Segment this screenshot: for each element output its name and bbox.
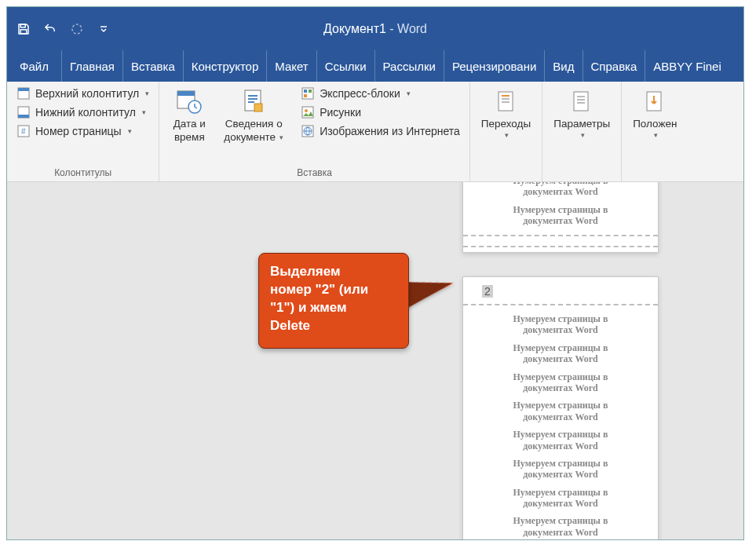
document-area[interactable]: Нумеруем страницы вдокументах Word Нумер… [7,182,743,539]
options-icon [568,88,595,115]
tab-insert[interactable]: Вставка [123,50,184,82]
app-name: Word [397,22,427,35]
title-separator: - [386,22,397,35]
position-icon [641,88,668,115]
page-2-body: Нумеруем страницы вдокументах Word Нумер… [463,305,658,539]
pictures-button[interactable]: Рисунки [298,104,463,121]
pictures-label: Рисунки [320,106,361,119]
body-text: Нумеруем страницы вдокументах Word [477,371,644,394]
group-navigation: Переходы ▾ [470,82,542,181]
pictures-icon [301,105,315,119]
redo-icon[interactable] [68,20,86,38]
body-text: Нумеруем страницы вдокументах Word [477,313,644,336]
svg-rect-16 [254,104,262,111]
ribbon-tabs: Файл Главная Вставка Конструктор Макет С… [7,50,743,82]
date-time-icon [176,88,203,115]
document-name: Документ1 [323,22,386,35]
callout-line: Выделяем [270,263,397,281]
dropdown-icon: ▾ [128,127,132,135]
document-info-button[interactable]: Сведения о документе▾ [219,85,288,144]
svg-rect-1 [20,29,27,33]
group-headers-label: Колонтитулы [13,165,152,181]
word-window: Документ1 - Word Файл Главная Вставка Ко… [6,6,744,540]
page-2-header[interactable]: 2 [463,277,658,305]
tab-help[interactable]: Справка [583,50,646,82]
quick-access-toolbar [15,20,112,38]
tab-view[interactable]: Вид [545,50,583,82]
annotation-callout: Выделяем номер "2" (или "1") и жмем Dele… [258,253,409,349]
svg-rect-20 [304,94,307,97]
body-text: Нумеруем страницы вдокументах Word [477,487,644,510]
tab-review[interactable]: Рецензировани [444,50,545,82]
footer-icon [16,105,31,119]
callout-line: "1") и жмем [270,299,397,317]
svg-text:#: # [21,127,26,136]
svg-rect-13 [248,95,257,97]
page-2: 2 Нумеруем страницы вдокументах Word Нум… [462,276,659,539]
tab-references[interactable]: Ссылки [317,50,375,82]
options-button[interactable]: Параметры ▾ [549,85,615,140]
dropdown-icon: ▾ [505,131,509,140]
tab-design[interactable]: Конструктор [184,50,268,82]
options-label: Параметры [553,118,610,131]
header-icon [16,86,31,101]
document-info-icon [240,88,267,115]
dropdown-icon: ▾ [407,90,411,97]
tab-mailings[interactable]: Рассылки [375,50,444,82]
page-1-footer[interactable] [463,235,658,247]
body-text: Нумеруем страницы вдокументах Word [477,429,644,451]
tab-file[interactable]: Файл [7,50,62,82]
body-text: Нумеруем страницы вдокументах Word [477,458,644,481]
document-info-l2-wrap: документе▾ [224,131,283,144]
tab-home[interactable]: Главная [62,50,123,82]
svg-rect-14 [248,98,257,100]
tab-abbyy[interactable]: ABBYY Finei [645,50,729,82]
dropdown-icon: ▾ [142,108,146,116]
body-text: Нумеруем страницы вдокументах Word [477,204,644,227]
body-text: Нумеруем страницы вдокументах Word [477,342,644,365]
undo-icon[interactable] [42,20,59,38]
body-text: Нумеруем страницы вдокументах Word [477,400,644,422]
svg-rect-4 [18,88,29,91]
footer-button[interactable]: Нижний колонтитул ▾ [13,104,152,121]
page-number-label: Номер страницы [35,125,122,137]
group-headers-footers: Верхний колонтитул ▾ Нижний колонтитул ▾… [7,82,159,181]
svg-rect-19 [309,90,312,93]
svg-rect-31 [577,99,585,101]
save-icon[interactable] [15,20,32,38]
online-pictures-icon [301,124,315,138]
callout-line: Delete [270,317,397,335]
group-position-spacer [628,165,681,181]
svg-rect-26 [502,95,509,97]
page-1: Нумеруем страницы вдокументах Word Нумер… [462,182,659,253]
date-time-l2: время [174,131,205,144]
position-button[interactable]: Положен ▾ [628,85,681,140]
group-position: Положен ▾ [622,82,688,181]
document-info-l1: Сведения о [225,118,283,131]
svg-rect-28 [502,101,509,103]
tab-layout[interactable]: Макет [267,50,316,82]
window-title: Документ1 - Word [7,22,743,36]
date-time-button[interactable]: Дата и время [166,85,213,144]
qat-customize-icon[interactable] [95,20,112,38]
group-options-spacer [549,165,615,181]
navigation-button[interactable]: Переходы ▾ [477,85,535,140]
page-number-icon: # [16,124,31,138]
group-options: Параметры ▾ [542,82,622,181]
callout-line: номер "2" (или [270,281,397,299]
dropdown-icon: ▾ [145,90,149,97]
page-number-field[interactable]: 2 [482,285,493,298]
online-pictures-button[interactable]: Изображения из Интернета [298,122,463,140]
body-text: Нумеруем страницы вдокументах Word [477,182,644,198]
dropdown-icon: ▾ [654,131,658,140]
dropdown-icon: ▾ [581,131,585,140]
svg-rect-6 [18,115,29,118]
page-number-button[interactable]: # Номер страницы ▾ [13,122,152,140]
header-button[interactable]: Верхний колонтитул ▾ [13,85,152,102]
svg-rect-10 [177,91,195,96]
svg-point-22 [305,109,308,112]
position-label: Положен [633,118,677,131]
quick-parts-icon [301,86,315,101]
quick-parts-button[interactable]: Экспресс-блоки ▾ [298,85,463,102]
svg-rect-0 [20,24,25,27]
